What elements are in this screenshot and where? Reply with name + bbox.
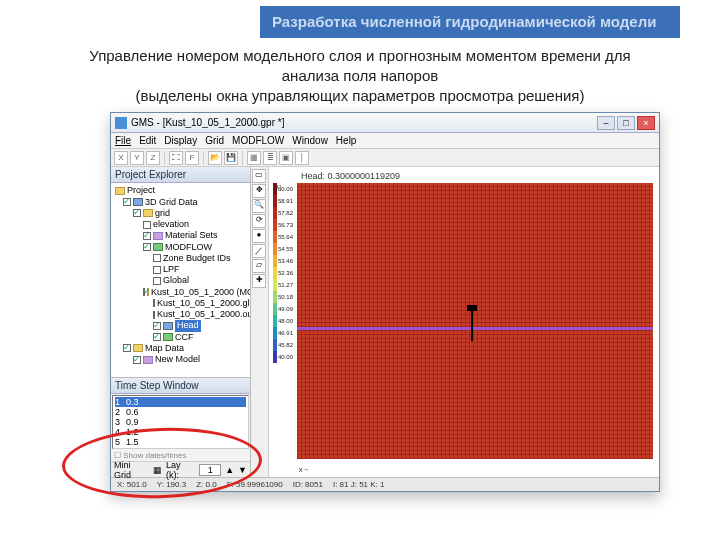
plot-area[interactable]: 60.0058.9157.8256.7355.6454.5553.4652.36… [297, 183, 653, 459]
minimize-button[interactable]: – [597, 116, 615, 130]
zoom-tool-icon[interactable]: 🔍 [252, 199, 266, 213]
timestep-row[interactable]: 51.5 [115, 437, 246, 447]
timestep-panel: Time Step Window 10.3 20.6 30.9 41.2 51.… [111, 377, 250, 461]
toolbar-well-icon[interactable]: │ [295, 151, 309, 165]
plot-viewport[interactable]: Head: 0.3000000119209 60.0058.9157.8256.… [269, 167, 659, 477]
stepper-up-icon[interactable]: ▲ [225, 465, 234, 475]
menubar: File Edit Display Grid MODFLOW Window He… [111, 133, 659, 149]
tree-item[interactable]: Map Data [145, 343, 184, 354]
minigrid-bar: Mini Grid ▦ Lay (k): ▲ ▼ [111, 461, 250, 477]
rotate-tool-icon[interactable]: ⟳ [252, 214, 266, 228]
layer-input[interactable] [199, 464, 221, 476]
line-tool-icon[interactable]: ／ [252, 244, 266, 258]
timestep-row[interactable]: 61.8 [115, 447, 246, 449]
menu-grid[interactable]: Grid [205, 135, 224, 146]
pick-tool-icon[interactable]: ✚ [252, 274, 266, 288]
caption-line3: (выделены окна управляющих параметров пр… [135, 87, 584, 104]
checkbox-icon[interactable] [153, 254, 161, 262]
color-legend: 60.0058.9157.8256.7355.6454.5553.4652.36… [273, 183, 293, 363]
vertical-toolbar: ▭ ✥ 🔍 ⟳ ● ／ ▱ ✚ [251, 167, 269, 477]
grid-icon [143, 209, 153, 217]
timestep-row[interactable]: 30.9 [115, 417, 246, 427]
poly-tool-icon[interactable]: ▱ [252, 259, 266, 273]
project-tree[interactable]: Project 3D Grid Data grid elevation Mate… [111, 183, 250, 377]
tree-item-selected[interactable]: Head [175, 320, 201, 331]
select-tool-icon[interactable]: ▭ [252, 169, 266, 183]
maximize-button[interactable]: □ [617, 116, 635, 130]
tree-item[interactable]: 3D Grid Data [145, 197, 198, 208]
tree-item[interactable]: LPF [163, 264, 180, 275]
checkbox-icon[interactable] [133, 356, 141, 364]
app-window: GMS - [Kust_10_05_1_2000.gpr *] – □ × Fi… [110, 112, 660, 492]
menu-display[interactable]: Display [164, 135, 197, 146]
toolbar-y-icon[interactable]: Y [130, 151, 144, 165]
toolbar-save-icon[interactable]: 💾 [224, 151, 238, 165]
ccf-icon [163, 333, 173, 341]
toolbar-z-icon[interactable]: Z [146, 151, 160, 165]
tree-item[interactable]: Material Sets [165, 230, 218, 241]
tree-item[interactable]: grid [155, 208, 170, 219]
tree-item[interactable]: elevation [153, 219, 189, 230]
grid3d-icon [133, 198, 143, 206]
timestep-row[interactable]: 41.2 [115, 427, 246, 437]
materials-icon [153, 232, 163, 240]
timestep-header: Time Step Window [111, 378, 250, 394]
modflow-icon [153, 243, 163, 251]
tree-item[interactable]: MODFLOW [165, 242, 212, 253]
folder-icon [115, 187, 125, 195]
close-button[interactable]: × [637, 116, 655, 130]
checkbox-icon[interactable] [123, 198, 131, 206]
checkbox-icon[interactable] [153, 333, 161, 341]
checkbox-icon[interactable] [143, 243, 151, 251]
cross-section-line [297, 327, 653, 330]
project-explorer-header: Project Explorer [111, 167, 250, 183]
tree-item[interactable]: Kust_10_05_1_2000 (MODF [151, 287, 250, 298]
timestep-list[interactable]: 10.3 20.6 30.9 41.2 51.5 61.8 72.1 [112, 395, 249, 449]
toolbar-grid-icon[interactable]: ▦ [247, 151, 261, 165]
checkbox-icon[interactable] [143, 288, 145, 296]
menu-modflow[interactable]: MODFLOW [232, 135, 284, 146]
tree-item[interactable]: Kust_10_05_1_2000.out [157, 309, 250, 320]
minigrid-thumb: ▦ [153, 465, 162, 475]
checkbox-icon[interactable] [153, 299, 155, 307]
toolbar-open-icon[interactable]: 📂 [208, 151, 222, 165]
model-icon [143, 356, 153, 364]
tree-item[interactable]: Zone Budget IDs [163, 253, 231, 264]
tree-item[interactable]: Global [163, 275, 189, 286]
checkbox-icon[interactable] [153, 266, 161, 274]
tree-item[interactable]: CCF [175, 332, 194, 343]
toolbar-x-icon[interactable]: X [114, 151, 128, 165]
right-panel: ▭ ✥ 🔍 ⟳ ● ／ ▱ ✚ Head: 0.3000000119209 60… [251, 167, 659, 477]
checkbox-icon[interactable] [153, 277, 161, 285]
app-icon [115, 117, 127, 129]
minigrid-label: Mini Grid [114, 460, 149, 480]
toolbar-cube-icon[interactable]: ▣ [279, 151, 293, 165]
menu-file[interactable]: File [115, 135, 131, 146]
head-icon [163, 322, 173, 330]
checkbox-icon[interactable] [123, 344, 131, 352]
tree-item[interactable]: Kust_10_05_1_2000.glo [157, 298, 250, 309]
well-marker [471, 305, 473, 341]
toolbar: X Y Z ⛶ F 📂 💾 ▦ ≣ ▣ │ [111, 149, 659, 167]
slide-banner: Разработка численной гидродинамической м… [260, 6, 680, 38]
toolbar-frame-icon[interactable]: F [185, 151, 199, 165]
menu-edit[interactable]: Edit [139, 135, 156, 146]
toolbar-layer-icon[interactable]: ≣ [263, 151, 277, 165]
stepper-down-icon[interactable]: ▼ [238, 465, 247, 475]
checkbox-icon[interactable] [143, 232, 151, 240]
tree-item[interactable]: New Model [155, 354, 200, 365]
point-tool-icon[interactable]: ● [252, 229, 266, 243]
tree-root[interactable]: Project [127, 185, 155, 196]
titlebar[interactable]: GMS - [Kust_10_05_1_2000.gpr *] – □ × [111, 113, 659, 133]
menu-window[interactable]: Window [292, 135, 328, 146]
checkbox-icon[interactable] [153, 322, 161, 330]
checkbox-icon[interactable] [153, 311, 155, 319]
timestep-row[interactable]: 20.6 [115, 407, 246, 417]
menu-help[interactable]: Help [336, 135, 357, 146]
checkbox-icon[interactable] [143, 221, 151, 229]
pan-tool-icon[interactable]: ✥ [252, 184, 266, 198]
checkbox-icon[interactable] [133, 209, 141, 217]
timestep-row[interactable]: 10.3 [115, 397, 246, 407]
model-grid[interactable] [297, 183, 653, 459]
toolbar-fullscreen-icon[interactable]: ⛶ [169, 151, 183, 165]
